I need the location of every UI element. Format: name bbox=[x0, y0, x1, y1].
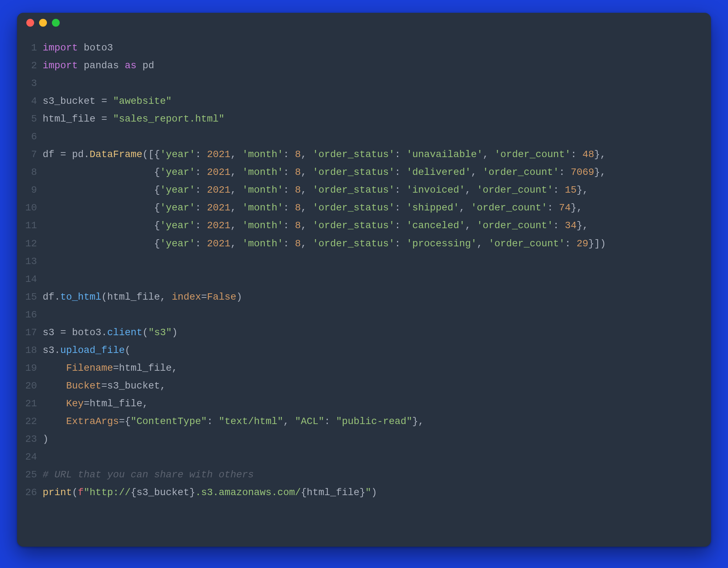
code-line: 20 Bucket=s3_bucket, bbox=[24, 377, 700, 395]
line-number: 1 bbox=[24, 39, 43, 57]
close-icon[interactable] bbox=[26, 19, 34, 27]
titlebar bbox=[17, 13, 711, 33]
code-content[interactable]: {'year': 2021, 'month': 8, 'order_status… bbox=[43, 217, 700, 235]
code-content[interactable]: Bucket=s3_bucket, bbox=[43, 377, 700, 395]
line-number: 22 bbox=[24, 413, 43, 430]
zoom-icon[interactable] bbox=[52, 19, 60, 27]
code-content[interactable]: {'year': 2021, 'month': 8, 'order_status… bbox=[43, 199, 700, 217]
code-line: 13 bbox=[24, 253, 700, 270]
line-number: 14 bbox=[24, 270, 43, 288]
line-number: 3 bbox=[24, 75, 43, 92]
code-line: 26print(f"http://{s3_bucket}.s3.amazonaw… bbox=[24, 484, 700, 502]
line-number: 10 bbox=[24, 199, 43, 217]
line-number: 17 bbox=[24, 324, 43, 342]
code-content[interactable]: {'year': 2021, 'month': 8, 'order_status… bbox=[43, 181, 700, 199]
minimize-icon[interactable] bbox=[39, 19, 47, 27]
line-number: 15 bbox=[24, 288, 43, 306]
code-line: 18s3.upload_file( bbox=[24, 342, 700, 359]
code-line: 17s3 = boto3.client("s3") bbox=[24, 324, 700, 342]
code-content[interactable]: ExtraArgs={"ContentType": "text/html", "… bbox=[43, 413, 700, 430]
code-line: 24 bbox=[24, 448, 700, 466]
line-number: 7 bbox=[24, 146, 43, 164]
line-number: 11 bbox=[24, 217, 43, 235]
code-content[interactable]: {'year': 2021, 'month': 8, 'order_status… bbox=[43, 164, 700, 181]
code-editor[interactable]: 1import boto32import pandas as pd3 4s3_b… bbox=[17, 33, 711, 547]
code-line: 22 ExtraArgs={"ContentType": "text/html"… bbox=[24, 413, 700, 430]
code-content[interactable]: html_file = "sales_report.html" bbox=[43, 110, 700, 128]
line-number: 16 bbox=[24, 306, 43, 324]
line-number: 20 bbox=[24, 377, 43, 395]
code-line: 2import pandas as pd bbox=[24, 57, 700, 75]
code-line: 4s3_bucket = "awebsite" bbox=[24, 92, 700, 110]
code-content[interactable]: s3_bucket = "awebsite" bbox=[43, 92, 700, 110]
code-line: 25# URL that you can share with others bbox=[24, 466, 700, 484]
line-number: 24 bbox=[24, 448, 43, 466]
line-number: 19 bbox=[24, 359, 43, 377]
code-line: 11 {'year': 2021, 'month': 8, 'order_sta… bbox=[24, 217, 700, 235]
code-content[interactable]: # URL that you can share with others bbox=[43, 466, 700, 484]
code-line: 9 {'year': 2021, 'month': 8, 'order_stat… bbox=[24, 181, 700, 199]
code-content[interactable] bbox=[43, 75, 700, 92]
code-content[interactable]: import pandas as pd bbox=[43, 57, 700, 75]
line-number: 26 bbox=[24, 484, 43, 502]
code-content[interactable]: Key=html_file, bbox=[43, 395, 700, 413]
code-line: 1import boto3 bbox=[24, 39, 700, 57]
line-number: 4 bbox=[24, 92, 43, 110]
code-window: 1import boto32import pandas as pd3 4s3_b… bbox=[17, 13, 711, 547]
code-content[interactable]: {'year': 2021, 'month': 8, 'order_status… bbox=[43, 235, 700, 253]
line-number: 6 bbox=[24, 128, 43, 146]
code-content[interactable]: df = pd.DataFrame([{'year': 2021, 'month… bbox=[43, 146, 700, 164]
line-number: 12 bbox=[24, 235, 43, 253]
code-line: 21 Key=html_file, bbox=[24, 395, 700, 413]
code-line: 16 bbox=[24, 306, 700, 324]
line-number: 23 bbox=[24, 430, 43, 448]
code-content[interactable] bbox=[43, 448, 700, 466]
line-number: 8 bbox=[24, 164, 43, 181]
line-number: 13 bbox=[24, 253, 43, 270]
code-line: 3 bbox=[24, 75, 700, 92]
code-content[interactable]: ) bbox=[43, 430, 700, 448]
code-content[interactable] bbox=[43, 270, 700, 288]
code-line: 23) bbox=[24, 430, 700, 448]
code-line: 14 bbox=[24, 270, 700, 288]
code-line: 15df.to_html(html_file, index=False) bbox=[24, 288, 700, 306]
code-content[interactable] bbox=[43, 128, 700, 146]
line-number: 2 bbox=[24, 57, 43, 75]
code-line: 19 Filename=html_file, bbox=[24, 359, 700, 377]
code-content[interactable]: s3.upload_file( bbox=[43, 342, 700, 359]
line-number: 18 bbox=[24, 342, 43, 359]
code-content[interactable]: df.to_html(html_file, index=False) bbox=[43, 288, 700, 306]
code-line: 6 bbox=[24, 128, 700, 146]
line-number: 25 bbox=[24, 466, 43, 484]
code-content[interactable] bbox=[43, 306, 700, 324]
code-line: 12 {'year': 2021, 'month': 8, 'order_sta… bbox=[24, 235, 700, 253]
code-content[interactable]: print(f"http://{s3_bucket}.s3.amazonaws.… bbox=[43, 484, 700, 502]
code-content[interactable]: Filename=html_file, bbox=[43, 359, 700, 377]
code-line: 7df = pd.DataFrame([{'year': 2021, 'mont… bbox=[24, 146, 700, 164]
code-line: 10 {'year': 2021, 'month': 8, 'order_sta… bbox=[24, 199, 700, 217]
code-content[interactable]: s3 = boto3.client("s3") bbox=[43, 324, 700, 342]
code-line: 8 {'year': 2021, 'month': 8, 'order_stat… bbox=[24, 164, 700, 181]
code-line: 5html_file = "sales_report.html" bbox=[24, 110, 700, 128]
code-content[interactable]: import boto3 bbox=[43, 39, 700, 57]
line-number: 21 bbox=[24, 395, 43, 413]
line-number: 9 bbox=[24, 181, 43, 199]
line-number: 5 bbox=[24, 110, 43, 128]
code-content[interactable] bbox=[43, 253, 700, 270]
